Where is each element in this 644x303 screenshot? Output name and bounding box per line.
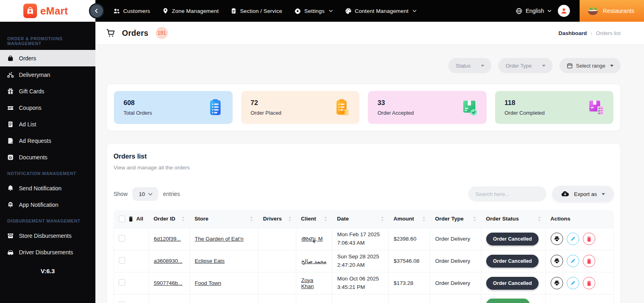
sidebar-section-orders-promotions: ORDER & PROMOTIONS MANAGEMENT [0,31,95,50]
client-link[interactable]: അബ്ബു, M [301,236,322,242]
sort-icon[interactable] [473,216,476,221]
box-checklist-icon [587,98,605,117]
sidebar-item-driver-disbursements[interactable]: Driver Disbursements [0,244,95,260]
delete-button[interactable] [583,233,595,245]
nav-item-zone-management[interactable]: Zone Management [162,8,219,14]
stat-card-order-accepted: 33 Order Accepted [368,91,487,124]
top-navbar: eMart Customers Zone Management Section … [0,0,644,22]
sort-icon[interactable] [288,216,291,221]
date-range-filter[interactable]: Select range [559,58,621,73]
print-button[interactable] [551,233,563,245]
order-type-filter-dropdown[interactable]: Order Type [498,58,553,73]
printer-icon [554,258,560,264]
language-selector[interactable]: English [516,8,551,14]
breadcrumb-dashboard[interactable]: Dashboard [558,30,587,36]
sidebar-collapse-button[interactable] [89,3,104,19]
client-link[interactable]: Zoya Khan [301,277,314,289]
entries-per-page-select[interactable]: 10 [132,187,158,201]
chevron-down-icon [329,10,333,12]
gear-icon [294,8,301,14]
print-button[interactable] [551,255,563,267]
sidebar-item-store-disbursements[interactable]: Store Disbursements [0,227,95,244]
sort-icon[interactable] [538,216,541,221]
nav-item-customers[interactable]: Customers [113,8,150,14]
nav-item-settings[interactable]: Settings [294,8,332,14]
amount-cell: $37546.08 [389,250,430,272]
stat-label: Order Placed [251,110,282,116]
column-header-amount[interactable]: Amount [389,210,430,228]
order-id-link[interactable]: 6d120f39... [154,236,181,242]
search-input[interactable] [475,191,547,197]
table-controls: Show 10 entries Export as [114,186,614,202]
calendar-icon [567,63,573,69]
sidebar-item-app-notification[interactable]: 2 App Notification [0,196,95,213]
globe-icon [516,8,522,14]
edit-button[interactable] [567,233,579,245]
sidebar-item-deliveryman[interactable]: Deliveryman [0,66,95,83]
amount-cell: $2398.60 [389,228,430,250]
sidebar-item-gift-cards[interactable]: Gift Cards [0,83,95,99]
stat-value: 33 [378,99,414,107]
bulk-delete-icon[interactable] [128,216,133,222]
column-header-order-id[interactable]: Order ID [149,210,190,228]
trash-icon [586,258,592,264]
column-header-store[interactable]: Store [190,210,258,228]
edit-button[interactable] [567,277,579,289]
column-header-date[interactable]: Date [332,210,388,228]
row-checkbox[interactable] [119,257,125,264]
row-checkbox[interactable] [119,279,125,286]
amount-cell: $173.28 [389,272,430,294]
table-header-row: All Order ID Store Drivers Client Date A… [114,210,614,228]
store-link[interactable]: Food Town [195,280,221,286]
column-header-drivers[interactable]: Drivers [258,210,296,228]
order-status-badge: Order Cancelled [486,233,539,245]
nav-item-content-management[interactable]: Content Management [345,8,417,14]
store-link[interactable]: The Garden of Eat'n [195,236,244,242]
sort-icon[interactable] [422,216,425,221]
row-checkbox[interactable] [119,301,125,303]
sort-icon[interactable] [250,216,253,221]
order-id-link[interactable]: a3608930... [154,258,182,264]
export-as-button[interactable]: Export as [552,186,614,202]
status-filter-dropdown[interactable]: Status [448,58,491,73]
user-avatar[interactable] [558,5,570,17]
stat-label: Total Orders [124,110,152,116]
brand[interactable]: eMart [0,0,95,22]
nav-item-section-service[interactable]: Section / Service [231,8,282,14]
printer-icon [554,236,560,242]
stat-value: 608 [124,99,152,107]
sort-icon[interactable] [381,216,384,221]
sidebar-item-coupons[interactable]: Coupons [0,99,95,116]
delete-button[interactable] [583,277,595,289]
restaurants-button[interactable]: Restaurants [580,0,644,22]
table-controls-right: Export as [468,186,614,202]
sort-icon[interactable] [182,216,185,221]
delete-button[interactable] [583,255,595,267]
sidebar-item-ad-requests[interactable]: Ad Requests [0,132,95,149]
ad-request-icon [7,137,14,144]
column-header-order-status[interactable]: Order Status [481,210,545,228]
coupon-ticket-icon [7,104,14,111]
sidebar-item-send-notification[interactable]: Send Notification [0,180,95,196]
sidebar-item-documents[interactable]: D Documents [0,149,95,165]
row-checkbox[interactable] [119,235,125,241]
client-link[interactable]: محمد صالح [301,258,326,264]
bell-icon [7,185,14,192]
page-header: Orders 191 Dashboard › Orders list [95,22,644,44]
sidebar-item-orders[interactable]: Orders [0,50,95,66]
orders-table: All Order ID Store Drivers Client Date A… [114,210,614,303]
print-button[interactable] [551,277,563,289]
user-icon [560,7,568,14]
search-box [468,186,547,202]
edit-button[interactable] [567,255,579,267]
column-header-order-type[interactable]: Order Type [430,210,481,228]
store-icon [7,232,14,239]
sort-icon[interactable] [324,216,327,221]
column-header-client[interactable]: Client [296,210,332,228]
order-id-link[interactable]: 5907746b... [154,280,182,286]
store-link[interactable]: Eclipse Eats [195,258,225,264]
select-all-checkbox[interactable] [119,216,125,222]
printer-icon [554,280,560,286]
chevron-down-icon [413,10,417,12]
sidebar-item-ad-list[interactable]: Ad List [0,116,95,132]
